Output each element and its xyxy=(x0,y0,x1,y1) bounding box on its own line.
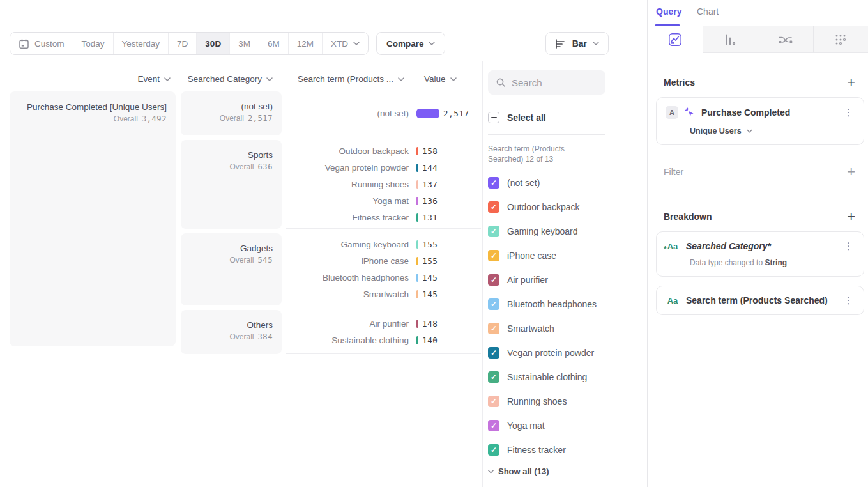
add-filter-button[interactable]: + xyxy=(847,166,855,178)
legend-item-yoga-mat[interactable]: ✓Yoga mat xyxy=(488,414,647,438)
legend-item-vegan-protein-powder[interactable]: ✓Vegan protein powder xyxy=(488,341,647,365)
legend-item-running-shoes[interactable]: ✓Running shoes xyxy=(488,389,647,414)
tab-insights[interactable] xyxy=(648,26,703,53)
column-header-event[interactable]: Event xyxy=(10,74,171,84)
metric-card[interactable]: A Purchase Completed ⋮ Unique Users xyxy=(656,97,864,145)
legend-item-fitness-tracker[interactable]: ✓Fitness tracker xyxy=(488,438,647,462)
tab-funnels[interactable] xyxy=(703,26,758,53)
filter-title: Filter xyxy=(664,167,683,177)
date-range-3m[interactable]: 3M xyxy=(229,33,259,54)
term-label: (not set) xyxy=(286,109,416,118)
column-header-value[interactable]: Value xyxy=(424,74,462,84)
legend-item-bluetooth-headphones[interactable]: ✓Bluetooth headphones xyxy=(488,292,647,316)
add-breakdown-button[interactable]: + xyxy=(847,211,855,222)
legend-checkbox[interactable]: ✓ xyxy=(488,396,499,407)
query-panel: Query Chart Metrics + A Purchase Complet… xyxy=(647,0,868,487)
legend-checkbox[interactable]: ✓ xyxy=(488,371,499,383)
category-cell[interactable]: GadgetsOverall545 xyxy=(181,233,282,305)
term-row-bluetooth-headphones[interactable]: Bluetooth headphones145 xyxy=(286,269,481,286)
legend-item-gaming-keyboard[interactable]: ✓Gaming keyboard xyxy=(488,219,647,244)
metric-menu-button[interactable]: ⋮ xyxy=(842,107,855,118)
value-bar xyxy=(416,257,418,265)
legend-item-air-purifier[interactable]: ✓Air purifier xyxy=(488,268,647,292)
data-type-note: Data type changed to String xyxy=(690,258,855,267)
date-range-today[interactable]: Today xyxy=(73,33,113,54)
legend-item-smartwatch[interactable]: ✓Smartwatch xyxy=(488,316,647,341)
legend-item-outdoor-backpack[interactable]: ✓Outdoor backpack xyxy=(488,195,647,219)
legend-checkbox[interactable]: ✓ xyxy=(488,298,499,310)
legend-checkbox[interactable]: ✓ xyxy=(488,347,499,359)
legend-search-input[interactable] xyxy=(512,77,595,88)
breakdown-menu-button[interactable]: ⋮ xyxy=(842,295,855,306)
compare-button[interactable]: Compare xyxy=(376,32,446,55)
chevron-down-icon xyxy=(164,77,171,81)
show-all-button[interactable]: Show all (13) xyxy=(488,467,647,476)
column-header-searched-category[interactable]: Searched Category xyxy=(181,74,273,84)
value-label: 144 xyxy=(422,163,438,173)
tab-query[interactable]: Query xyxy=(656,6,681,17)
column-header-label: Event xyxy=(137,74,160,84)
date-range-yesterday[interactable]: Yesterday xyxy=(113,33,169,54)
select-all-checkbox-indeterminate[interactable] xyxy=(488,112,499,123)
legend-checkbox[interactable]: ✓ xyxy=(488,177,499,189)
term-row-sustainable-clothing[interactable]: Sustainable clothing140 xyxy=(286,332,481,348)
term-row-fitness-tracker[interactable]: Fitness tracker131 xyxy=(286,209,481,226)
term-row-outdoor-backpack[interactable]: Outdoor backpack158 xyxy=(286,143,481,159)
legend-item-sustainable-clothing[interactable]: ✓Sustainable clothing xyxy=(488,365,647,389)
date-range-label: 7D xyxy=(177,39,188,49)
chart-type-select[interactable]: Bar xyxy=(545,32,609,55)
legend-checkbox[interactable]: ✓ xyxy=(488,226,499,237)
term-row-air-purifier[interactable]: Air purifier148 xyxy=(286,315,481,332)
date-range-7d[interactable]: 7D xyxy=(168,33,196,54)
tab-chart[interactable]: Chart xyxy=(697,6,719,17)
term-row-running-shoes[interactable]: Running shoes137 xyxy=(286,176,481,192)
term-row-not-set[interactable]: (not set)2,517 xyxy=(286,105,481,121)
select-all-control[interactable]: Select all xyxy=(488,112,647,123)
legend-item-iphone-case[interactable]: ✓iPhone case xyxy=(488,244,647,268)
date-range-label: XTD xyxy=(331,39,348,49)
value-bar xyxy=(416,213,418,222)
breakdown-menu-button[interactable]: ⋮ xyxy=(842,240,855,252)
legend-search-box[interactable] xyxy=(488,70,605,95)
legend-checkbox[interactable]: ✓ xyxy=(488,420,499,431)
term-row-vegan-protein-powder[interactable]: Vegan protein powder144 xyxy=(286,159,481,176)
tab-flows[interactable] xyxy=(758,26,813,53)
date-range-xtd[interactable]: XTD xyxy=(322,33,368,54)
add-metric-button[interactable]: + xyxy=(847,77,855,88)
legend-checkbox[interactable]: ✓ xyxy=(488,444,499,456)
value-bar xyxy=(416,274,418,282)
category-cell[interactable]: SportsOverall636 xyxy=(181,140,282,229)
main-area: CustomTodayYesterday7D30D3M6M12MXTD Comp… xyxy=(0,0,647,487)
date-range-12m[interactable]: 12M xyxy=(288,33,322,54)
date-range-30d[interactable]: 30D xyxy=(196,33,229,54)
table-group-sports: SportsOverall636Outdoor backpack158Vegan… xyxy=(181,140,481,229)
column-header-search-term-products[interactable]: Search term (Products ... xyxy=(287,74,404,84)
category-overall: Overall636 xyxy=(187,162,273,171)
legend-checkbox[interactable]: ✓ xyxy=(488,201,499,213)
category-name: Gadgets xyxy=(187,244,273,253)
legend-item-label: Yoga mat xyxy=(507,421,545,431)
measure-select[interactable]: Unique Users xyxy=(690,127,855,135)
term-row-smartwatch[interactable]: Smartwatch145 xyxy=(286,286,481,302)
select-all-label: Select all xyxy=(507,112,546,123)
term-row-gaming-keyboard[interactable]: Gaming keyboard155 xyxy=(286,236,481,252)
breakdown-card-searched-category[interactable]: Aa*Searched Category*⋮Data type changed … xyxy=(656,231,864,277)
date-range-label: 3M xyxy=(238,39,250,49)
date-range-6m[interactable]: 6M xyxy=(259,33,288,54)
term-row-iphone-case[interactable]: iPhone case155 xyxy=(286,252,481,269)
event-cell[interactable]: Purchase Completed [Unique Users] Overal… xyxy=(10,91,176,346)
legend-item-not-set[interactable]: ✓(not set) xyxy=(488,171,647,195)
active-tab-underline xyxy=(655,24,680,26)
legend-checkbox[interactable]: ✓ xyxy=(488,250,499,261)
category-cell[interactable]: OthersOverall384 xyxy=(181,310,282,354)
chevron-down-icon xyxy=(450,77,457,81)
tab-retention[interactable] xyxy=(813,26,868,53)
legend-checkbox[interactable]: ✓ xyxy=(488,323,499,334)
date-range-label: 6M xyxy=(268,39,280,49)
legend-checkbox[interactable]: ✓ xyxy=(488,274,499,286)
value-label: 131 xyxy=(422,213,438,222)
breakdown-card-search-term-products-searched[interactable]: AaSearch term (Products Searched)⋮ xyxy=(656,286,864,315)
category-cell[interactable]: (not set)Overall2,517 xyxy=(181,91,282,135)
date-range-custom[interactable]: Custom xyxy=(10,33,73,54)
term-row-yoga-mat[interactable]: Yoga mat136 xyxy=(286,192,481,209)
